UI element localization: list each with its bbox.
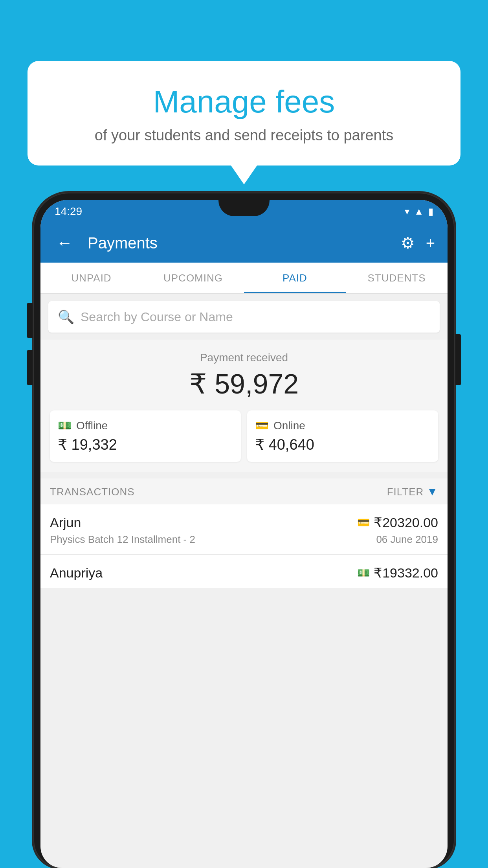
offline-payment-card: 💵 Offline ₹ 19,332 [50, 410, 241, 462]
cash-payment-icon: 💵 [357, 567, 370, 579]
transaction-amount: ₹20320.00 [374, 515, 438, 530]
online-payment-card: 💳 Online ₹ 40,640 [247, 410, 438, 462]
transactions-label: TRANSACTIONS [50, 486, 135, 498]
tabs-bar: UNPAID UPCOMING PAID STUDENTS [40, 263, 448, 294]
phone-inner: 14:29 ▾ ▲ ▮ ← Payments ⚙ + UNPAID [40, 200, 448, 868]
offline-label: Offline [76, 419, 108, 432]
app-bar-title: Payments [88, 234, 393, 252]
app-bar-actions: ⚙ + [401, 234, 435, 252]
tab-paid[interactable]: PAID [244, 263, 346, 293]
tab-upcoming[interactable]: UPCOMING [142, 263, 244, 293]
phone-outer: 14:29 ▾ ▲ ▮ ← Payments ⚙ + UNPAID [33, 193, 455, 868]
payment-total-amount: ₹ 59,972 [48, 368, 440, 400]
transaction-list: Arjun 💳 ₹20320.00 Physics Batch 12 Insta… [40, 504, 448, 588]
payment-cards: 💵 Offline ₹ 19,332 💳 Online ₹ 40,640 [48, 410, 440, 462]
speech-bubble-wrapper: Manage fees of your students and send re… [28, 61, 460, 166]
offline-card-header: 💵 Offline [58, 419, 233, 432]
phone-mockup: 14:29 ▾ ▲ ▮ ← Payments ⚙ + UNPAID [33, 193, 455, 868]
card-icon: 💳 [255, 419, 269, 432]
app-bar: ← Payments ⚙ + [40, 223, 448, 263]
notch [218, 200, 270, 216]
battery-icon: ▮ [428, 206, 433, 217]
status-bar: 14:29 ▾ ▲ ▮ [40, 200, 448, 223]
bubble-title: Manage fees [51, 85, 437, 119]
search-bar[interactable]: 🔍 Search by Course or Name [48, 301, 440, 333]
partial-amount-wrap: 💵 ₹19332.00 [357, 565, 438, 581]
online-card-header: 💳 Online [255, 419, 430, 432]
filter-icon: ▼ [427, 485, 438, 498]
settings-icon[interactable]: ⚙ [401, 234, 415, 252]
transaction-desc: Physics Batch 12 Installment - 2 [50, 533, 195, 546]
payment-summary: Payment received ₹ 59,972 💵 Offline ₹ 19… [40, 340, 448, 472]
table-row[interactable]: Anupriya 💵 ₹19332.00 [40, 555, 448, 588]
back-button[interactable]: ← [53, 230, 76, 256]
status-time: 14:29 [55, 205, 82, 218]
partial-row-top: Anupriya 💵 ₹19332.00 [50, 565, 438, 581]
speech-bubble: Manage fees of your students and send re… [28, 61, 460, 166]
signal-icon: ▲ [414, 206, 424, 217]
transaction-row-top: Arjun 💳 ₹20320.00 [50, 515, 438, 530]
status-icons: ▾ ▲ ▮ [405, 206, 433, 217]
bubble-subtitle: of your students and send receipts to pa… [51, 127, 437, 144]
transaction-row-bottom: Physics Batch 12 Installment - 2 06 June… [50, 533, 438, 546]
transaction-date: 06 June 2019 [376, 533, 438, 546]
filter-label: FILTER [387, 486, 424, 498]
online-amount: ₹ 40,640 [255, 436, 430, 453]
tab-students[interactable]: STUDENTS [346, 263, 448, 293]
payment-received-label: Payment received [48, 351, 440, 364]
filter-button[interactable]: FILTER ▼ [387, 485, 438, 498]
transactions-header: TRANSACTIONS FILTER ▼ [40, 478, 448, 504]
transaction-name: Anupriya [50, 565, 103, 581]
payment-card-icon: 💳 [357, 517, 370, 529]
add-icon[interactable]: + [426, 234, 435, 252]
search-input[interactable]: Search by Course or Name [81, 310, 233, 324]
content-area: 🔍 Search by Course or Name Payment recei… [40, 294, 448, 588]
transaction-amount-wrap: 💳 ₹20320.00 [357, 515, 438, 530]
online-label: Online [273, 419, 305, 432]
partial-amount: ₹19332.00 [374, 565, 438, 581]
search-icon: 🔍 [58, 309, 74, 325]
offline-amount: ₹ 19,332 [58, 436, 233, 453]
tab-unpaid[interactable]: UNPAID [40, 263, 142, 293]
wifi-icon: ▾ [405, 206, 409, 217]
table-row[interactable]: Arjun 💳 ₹20320.00 Physics Batch 12 Insta… [40, 504, 448, 555]
cash-icon: 💵 [58, 419, 72, 432]
transaction-name: Arjun [50, 515, 81, 530]
